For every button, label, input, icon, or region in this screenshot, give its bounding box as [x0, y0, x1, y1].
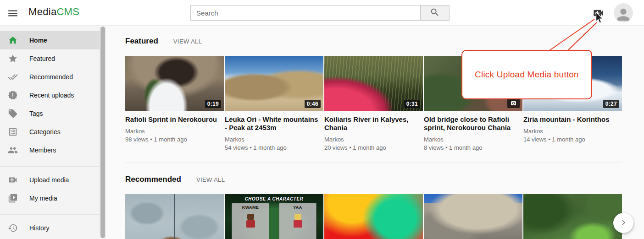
history-icon: [8, 223, 18, 233]
logo[interactable]: MediaCMS: [28, 6, 79, 18]
top-bar: MediaCMS: [0, 0, 644, 26]
media-card[interactable]: [424, 194, 522, 239]
video-call-icon: [8, 175, 18, 185]
game-heading: CHOOSE A CHARACTER: [225, 196, 323, 201]
done-all-icon: [8, 72, 18, 82]
media-thumbnail[interactable]: 0:31: [324, 56, 423, 111]
media-thumbnail[interactable]: [523, 194, 622, 239]
media-meta: 8 views • 1 month ago: [424, 144, 522, 152]
sidebar-item-featured[interactable]: Featured: [0, 49, 100, 68]
search-button[interactable]: [421, 5, 450, 21]
sidebar-scrollbar-track: [100, 26, 106, 239]
media-meta: 14 views • 1 month ago: [523, 136, 622, 143]
media-thumbnail[interactable]: [324, 194, 423, 239]
media-meta: 54 views • 1 month ago: [225, 144, 323, 152]
section-title: Featured: [125, 37, 158, 46]
menu-button[interactable]: [7, 7, 19, 19]
view-all-link[interactable]: VIEW ALL: [173, 38, 202, 45]
view-all-link[interactable]: VIEW ALL: [196, 176, 225, 183]
duration-badge: 0:19: [205, 100, 221, 108]
media-card[interactable]: [324, 194, 423, 239]
sidebar-divider: [0, 166, 100, 167]
sidebar-divider: [0, 214, 100, 215]
media-title[interactable]: Rafioli Sprint in Nerokourou: [125, 115, 224, 124]
media-meta: 98 views • 1 month ago: [125, 136, 224, 143]
avatar[interactable]: [614, 3, 633, 22]
media-author: Markos: [324, 136, 423, 143]
media-card[interactable]: [523, 194, 622, 239]
carousel-next-button[interactable]: [613, 213, 633, 233]
search-input[interactable]: [190, 5, 421, 21]
media-title[interactable]: Ziria mountain - Korinthos: [523, 115, 622, 124]
tag-icon: [8, 109, 18, 119]
character-name: KWAME: [232, 205, 269, 210]
media-card[interactable]: 0:19Rafioli Sprint in NerokourouMarkos98…: [125, 56, 224, 143]
media-thumbnail[interactable]: 0:19: [125, 56, 224, 111]
media-thumbnail[interactable]: 0:46: [225, 56, 323, 111]
sidebar-item-members[interactable]: Members: [0, 141, 100, 159]
annotation-text: Click Upload Media button: [475, 70, 579, 80]
menu-icon: [7, 7, 19, 19]
logo-cms: CMS: [56, 6, 79, 17]
media-card[interactable]: CHOOSE A CHARACTERKWAMESelectedYAASelect: [225, 194, 323, 239]
sidebar-item-label: Categories: [29, 128, 61, 136]
duration-badge: 0:46: [305, 100, 321, 108]
media-card[interactable]: [125, 194, 224, 239]
media-thumbnail[interactable]: [424, 194, 522, 239]
star-icon: [8, 54, 18, 64]
media-title[interactable]: Leuka Ori - White mountains - Peak at 24…: [225, 115, 323, 132]
sidebar-item-history[interactable]: History: [0, 219, 100, 237]
sidebar-scrollbar-thumb[interactable]: [100, 27, 105, 238]
sidebar-item-recommended[interactable]: Recommended: [0, 68, 100, 86]
media-card[interactable]: 0:46Leuka Ori - White mountains - Peak a…: [225, 56, 323, 152]
media-title[interactable]: Koiliaris River in Kalyves, Chania: [324, 115, 423, 132]
media-thumbnail[interactable]: CHOOSE A CHARACTERKWAMESelectedYAASelect: [225, 194, 323, 239]
character-name: YAA: [279, 205, 316, 210]
photo-type-badge: [507, 98, 520, 108]
character-figure: [244, 214, 256, 228]
game-screen-overlay: CHOOSE A CHARACTERKWAMESelectedYAASelect: [225, 194, 323, 239]
sidebar-item-my-media[interactable]: My media: [0, 189, 100, 207]
sidebar-item-upload-media[interactable]: Upload media: [0, 171, 100, 189]
media-author: Markos: [125, 127, 224, 135]
search-icon: [430, 7, 440, 17]
character-panel: YAASelect: [279, 203, 316, 239]
media-author: Markos: [424, 136, 522, 143]
chevron-right-icon: [619, 218, 628, 227]
video-library-icon: [8, 193, 18, 203]
sidebar-item-label: Members: [29, 147, 56, 154]
media-card[interactable]: 0:31Koiliaris River in Kalyves, ChaniaMa…: [324, 56, 423, 152]
sidebar-item-label: My media: [29, 195, 57, 202]
sidebar: HomeFeaturedRecommendedRecent uploadsTag…: [0, 26, 100, 239]
search-bar: [190, 5, 450, 21]
person-icon: [614, 5, 633, 22]
new-releases-icon: [8, 90, 18, 100]
section-title: Recommended: [125, 175, 181, 184]
media-thumbnail[interactable]: [125, 194, 224, 239]
categories-icon: [8, 127, 18, 137]
sidebar-item-home[interactable]: Home: [0, 31, 100, 49]
sidebar-item-categories[interactable]: Categories: [0, 123, 100, 141]
logo-media: Media: [28, 6, 56, 17]
duration-badge: 0:27: [603, 100, 619, 108]
duration-badge: 0:31: [404, 100, 420, 108]
video-call-icon: [592, 7, 605, 19]
media-author: Markos: [523, 127, 622, 135]
upload-media-button[interactable]: [592, 7, 605, 19]
section-header: RecommendedVIEW ALL: [125, 175, 644, 184]
annotation-tooltip: Click Upload Media button: [461, 50, 592, 99]
section-header: FeaturedVIEW ALL: [125, 37, 644, 46]
members-icon: [8, 145, 18, 155]
camera-icon: [511, 100, 516, 106]
media-meta: 20 views • 1 month ago: [324, 144, 423, 152]
sidebar-item-label: Featured: [29, 55, 55, 62]
home-icon: [8, 35, 18, 45]
sidebar-item-tags[interactable]: Tags: [0, 104, 100, 123]
sidebar-item-label: Recommended: [29, 73, 73, 81]
media-title[interactable]: Old bridge close to Rafioli sprint, Nero…: [424, 115, 522, 132]
section-divider: [125, 163, 622, 163]
sidebar-item-label: History: [29, 224, 50, 232]
sidebar-item-label: Upload media: [29, 176, 69, 184]
sidebar-item-label: Recent uploads: [29, 92, 74, 99]
sidebar-item-recent-uploads[interactable]: Recent uploads: [0, 86, 100, 104]
